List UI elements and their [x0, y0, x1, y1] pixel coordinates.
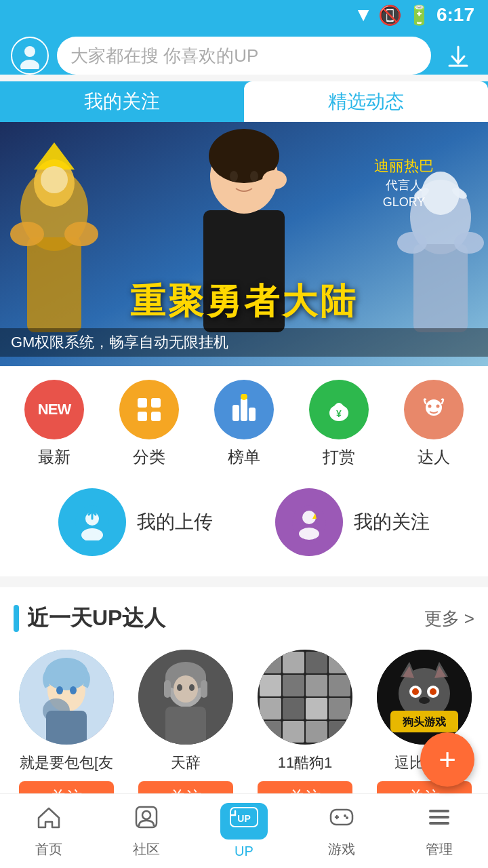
header: 大家都在搜 你喜欢的UP: [0, 30, 488, 75]
svg-point-13: [230, 171, 238, 182]
expert-icon-circle: [404, 380, 464, 439]
svg-rect-76: [331, 810, 352, 825]
svg-point-45: [56, 686, 63, 694]
more-button[interactable]: 更多 >: [424, 607, 474, 631]
svg-point-14: [250, 171, 258, 182]
my-follow-item[interactable]: 我的关注: [262, 488, 443, 556]
svg-point-1: [20, 60, 39, 69]
icons-section: NEW 最新 分类: [0, 366, 488, 576]
banner-label: 迪丽热巴 代言人 GLORY: [374, 156, 434, 211]
time-display: 6:17: [436, 4, 474, 26]
home-icon: [36, 804, 62, 836]
expert-name-1: 就是要包包[友: [20, 753, 113, 773]
my-follow-icon: [275, 488, 343, 556]
bottom-nav: 首页 社区 UP UP: [0, 793, 488, 868]
my-follow-label: 我的关注: [354, 509, 430, 535]
nav-game-label: 游戏: [328, 840, 355, 859]
wifi-icon: ▼: [354, 4, 373, 26]
svg-point-80: [346, 816, 348, 819]
svg-marker-6: [34, 142, 75, 170]
battery-icon: 🔋: [407, 4, 431, 26]
nav-home-label: 首页: [35, 840, 62, 859]
nav-community[interactable]: 社区: [98, 804, 195, 859]
expert-name-2: 天辞: [171, 753, 201, 773]
tab-my-follow[interactable]: 我的关注: [0, 81, 244, 122]
svg-rect-82: [429, 816, 449, 818]
svg-point-22: [454, 232, 484, 254]
fab-button[interactable]: +: [420, 732, 474, 787]
nav-home[interactable]: 首页: [0, 804, 98, 859]
icon-category[interactable]: 分类: [108, 380, 190, 468]
experts-list: 就是要包包[友 关注: [14, 650, 474, 814]
svg-rect-48: [46, 711, 87, 745]
experts-title-container: 近一天UP达人: [14, 604, 165, 633]
user-avatar[interactable]: [11, 37, 49, 75]
svg-rect-27: [241, 398, 247, 421]
status-bar: ▼ 📵 🔋 6:17: [0, 0, 488, 30]
svg-point-35: [436, 405, 440, 408]
svg-point-73: [142, 811, 150, 819]
icon-latest[interactable]: NEW 最新: [14, 380, 95, 468]
svg-rect-28: [232, 405, 239, 421]
svg-point-0: [24, 46, 35, 57]
search-placeholder: 大家都在搜 你喜欢的UP: [70, 44, 258, 68]
svg-rect-23: [138, 398, 147, 408]
svg-rect-24: [151, 398, 161, 408]
svg-point-58: [189, 684, 195, 691]
icons-row-1: NEW 最新 分类: [0, 380, 488, 468]
svg-point-34: [428, 405, 432, 408]
icon-expert[interactable]: 达人: [393, 380, 474, 468]
expert-avatar-1: [19, 650, 114, 745]
game-icon: [329, 804, 354, 836]
blue-bar-decoration: [14, 605, 19, 632]
svg-point-57: [177, 684, 182, 691]
manage-icon: [426, 804, 452, 836]
nav-manage-label: 管理: [426, 840, 453, 859]
svg-text:¥: ¥: [336, 408, 342, 419]
expert-item: 天辞 关注: [133, 650, 239, 814]
svg-rect-55: [165, 707, 206, 745]
svg-point-79: [344, 814, 346, 817]
signal-icon: 📵: [378, 4, 402, 26]
svg-point-44: [45, 658, 88, 690]
expert-item: 就是要包包[友 关注: [14, 650, 119, 814]
svg-rect-53: [164, 680, 171, 698]
svg-rect-17: [413, 244, 468, 332]
svg-point-21: [397, 232, 427, 254]
search-bar[interactable]: 大家都在搜 你喜欢的UP: [57, 37, 431, 75]
svg-rect-25: [138, 412, 147, 421]
svg-point-15: [262, 170, 287, 189]
svg-rect-26: [151, 412, 161, 421]
svg-point-68: [430, 688, 436, 695]
tab-selected[interactable]: 精选动态: [244, 81, 488, 122]
my-upload-label: 我的上传: [137, 509, 213, 535]
svg-point-46: [70, 686, 77, 694]
up-icon-bg: UP: [220, 803, 268, 840]
expert-avatar-2: [138, 650, 233, 745]
category-icon-circle: [119, 380, 179, 439]
banner[interactable]: 迪丽热巴 代言人 GLORY 重聚勇者大陆 GM权限系统，畅享自动无限挂机: [0, 122, 488, 366]
svg-point-69: [419, 697, 430, 704]
icon-reward[interactable]: ¥ 打赏: [298, 380, 380, 468]
expert-label: 达人: [418, 446, 450, 468]
icon-ranking[interactable]: 榜单: [203, 380, 285, 468]
nav-community-label: 社区: [133, 840, 160, 859]
banner-main-text: 重聚勇者大陆: [130, 278, 358, 326]
expert-item: 狗头游戏 逗比游戏 关注: [371, 650, 474, 814]
experts-header: 近一天UP达人 更多 >: [14, 604, 474, 633]
svg-text:UP: UP: [237, 813, 250, 824]
svg-point-7: [41, 166, 68, 193]
nav-manage[interactable]: 管理: [390, 804, 488, 859]
nav-up[interactable]: UP UP: [195, 803, 293, 859]
download-button[interactable]: [439, 37, 477, 75]
svg-rect-83: [429, 822, 449, 825]
category-label: 分类: [133, 446, 165, 468]
svg-rect-81: [429, 810, 449, 812]
my-upload-item[interactable]: 我的上传: [45, 488, 226, 556]
experts-title: 近一天UP达人: [27, 604, 165, 633]
latest-label: 最新: [38, 446, 70, 468]
svg-rect-4: [27, 237, 81, 332]
nav-game[interactable]: 游戏: [293, 804, 390, 859]
icons-row-2: 我的上传 我的关注: [0, 481, 488, 570]
svg-point-9: [64, 222, 98, 246]
